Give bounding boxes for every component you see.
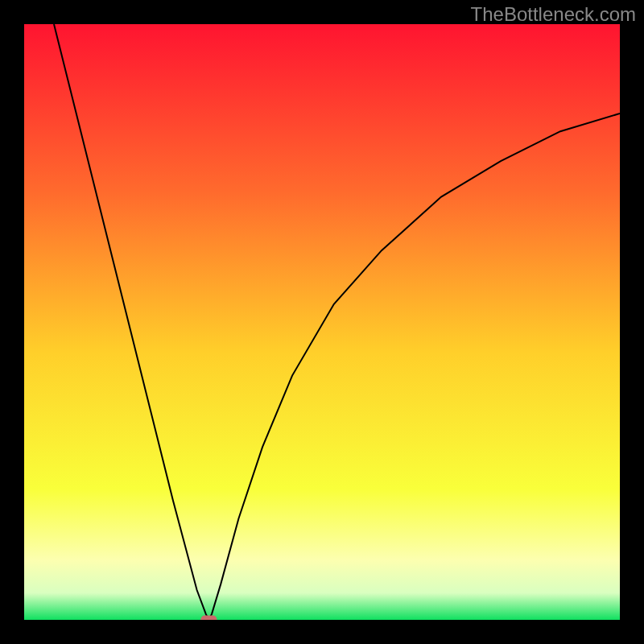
chart-svg (24, 24, 620, 620)
plot-area (24, 24, 620, 620)
watermark-text: TheBottleneck.com (471, 3, 636, 26)
gradient-background (24, 24, 620, 620)
chart-frame: TheBottleneck.com (0, 0, 644, 644)
minimum-marker (200, 616, 217, 621)
